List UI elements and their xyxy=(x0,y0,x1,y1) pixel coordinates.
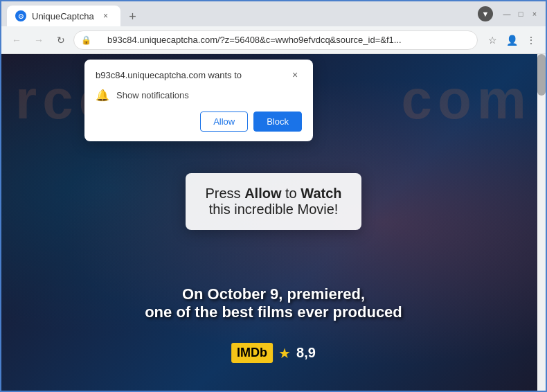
active-tab[interactable]: ⊙ UniqueCaptcha × xyxy=(7,6,120,26)
scrollbar-thumb[interactable] xyxy=(537,54,546,96)
minimize-button[interactable]: — xyxy=(501,8,512,19)
imdb-badge: IMDb xyxy=(231,343,273,363)
scrollbar[interactable] xyxy=(537,54,546,391)
bottom-line1: On October 9, premiered, xyxy=(1,285,546,303)
new-tab-button[interactable]: + xyxy=(123,7,143,26)
star-icon: ★ xyxy=(278,345,291,362)
address-input[interactable]: 🔒 b93c84.uniquecaptcha.com/?z=56408&c=ww… xyxy=(73,30,478,50)
tab-title: UniqueCaptcha xyxy=(32,11,94,21)
popup-close-button[interactable]: × xyxy=(288,68,302,82)
back-button[interactable]: ← xyxy=(7,30,26,50)
download-icon[interactable]: ▼ xyxy=(478,6,493,21)
bottom-text: On October 9, premiered, one of the best… xyxy=(1,285,546,321)
notification-label: Show notifications xyxy=(116,90,189,100)
address-wrapper: 🔒 b93c84.uniquecaptcha.com/?z=56408&c=ww… xyxy=(73,30,478,50)
press-text: Press xyxy=(205,186,244,201)
title-bar: ⊙ UniqueCaptcha × + ▼ — □ × xyxy=(1,1,546,26)
watermark-right: com xyxy=(402,68,532,132)
allow-button[interactable]: Allow xyxy=(200,112,248,132)
allow-bold: Allow xyxy=(244,186,281,201)
block-button[interactable]: Block xyxy=(253,112,302,132)
to-text: to xyxy=(281,186,301,201)
watch-bold: Watch xyxy=(301,186,341,201)
press-allow-box: Press Allow to Watch this incredible Mov… xyxy=(186,173,361,230)
bookmark-button[interactable]: ☆ xyxy=(483,31,501,49)
tab-close-button[interactable]: × xyxy=(100,10,112,22)
close-window-button[interactable]: × xyxy=(529,8,540,19)
address-bar: ← → ↻ 🔒 b93c84.uniquecaptcha.com/?z=5640… xyxy=(1,26,546,54)
profile-button[interactable]: 👤 xyxy=(503,31,521,49)
content-area: rcc com Press Allow to Watch this incred… xyxy=(1,54,546,391)
browser-window: ⊙ UniqueCaptcha × + ▼ — □ × ← → ↻ 🔒 b93c… xyxy=(0,0,547,392)
popup-header: b93c84.uniquecaptcha.com wants to × xyxy=(96,68,302,82)
notification-popup: b93c84.uniquecaptcha.com wants to × 🔔 Sh… xyxy=(84,60,313,141)
forward-button[interactable]: → xyxy=(29,30,48,50)
lock-icon: 🔒 xyxy=(81,35,91,45)
popup-buttons: Allow Block xyxy=(96,112,302,132)
bell-icon: 🔔 xyxy=(96,89,109,102)
bottom-line2: one of the best films ever produced xyxy=(1,303,546,321)
press-allow-line2: this incredible Movie! xyxy=(205,202,341,217)
popup-title: b93c84.uniquecaptcha.com wants to xyxy=(96,70,242,80)
address-actions: ☆ 👤 ⋮ xyxy=(483,31,540,49)
tab-favicon: ⊙ xyxy=(15,10,26,21)
imdb-area: IMDb ★ 8,9 xyxy=(231,343,316,363)
popup-notification-row: 🔔 Show notifications xyxy=(96,89,302,102)
maximize-button[interactable]: □ xyxy=(515,8,526,19)
window-controls: — □ × xyxy=(501,8,540,19)
menu-button[interactable]: ⋮ xyxy=(522,31,540,49)
rating-text: 8,9 xyxy=(296,345,316,361)
url-text: b93c84.uniquecaptcha.com/?z=56408&c=wwho… xyxy=(96,35,402,45)
refresh-button[interactable]: ↻ xyxy=(51,30,71,50)
tab-area: ⊙ UniqueCaptcha × + xyxy=(7,1,469,26)
